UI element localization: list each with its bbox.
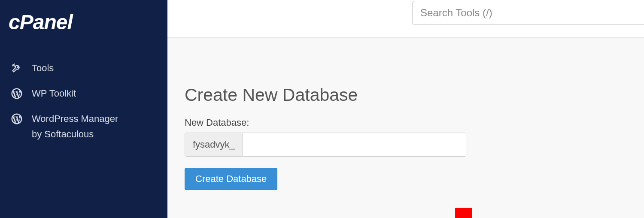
- database-prefix: fysadvyk_: [185, 133, 243, 156]
- sidebar-item-wordpress-manager[interactable]: WordPress Manager by Softaculous: [0, 106, 167, 148]
- database-name-group: fysadvyk_: [185, 133, 466, 157]
- tools-icon: [9, 63, 24, 74]
- page-title: Create New Database: [185, 85, 644, 105]
- wordpress-icon: [9, 87, 24, 100]
- content: Create New Database New Database: fysadv…: [167, 38, 644, 218]
- annotation-arrow-icon: [455, 208, 528, 218]
- topbar: [167, 0, 644, 38]
- field-label: New Database:: [185, 117, 644, 128]
- sidebar: cPanel Tools WP Toolkit WordPre: [0, 0, 167, 218]
- search-input[interactable]: [412, 1, 644, 25]
- main-area: Create New Database New Database: fysadv…: [167, 0, 644, 218]
- database-name-input[interactable]: [243, 133, 466, 156]
- sidebar-item-label: WP Toolkit: [32, 87, 76, 100]
- sidebar-item-label-line2: by Softaculous: [32, 128, 118, 141]
- sidebar-item-label-line1: WordPress Manager: [32, 112, 118, 126]
- sidebar-item-wp-toolkit[interactable]: WP Toolkit: [0, 81, 167, 106]
- svg-text:cPanel: cPanel: [9, 12, 73, 33]
- sidebar-item-tools[interactable]: Tools: [0, 56, 167, 81]
- sidebar-item-label: Tools: [32, 62, 54, 75]
- create-database-button[interactable]: Create Database: [185, 168, 277, 190]
- cpanel-logo: cPanel: [9, 12, 167, 35]
- wordpress-icon: [9, 112, 24, 125]
